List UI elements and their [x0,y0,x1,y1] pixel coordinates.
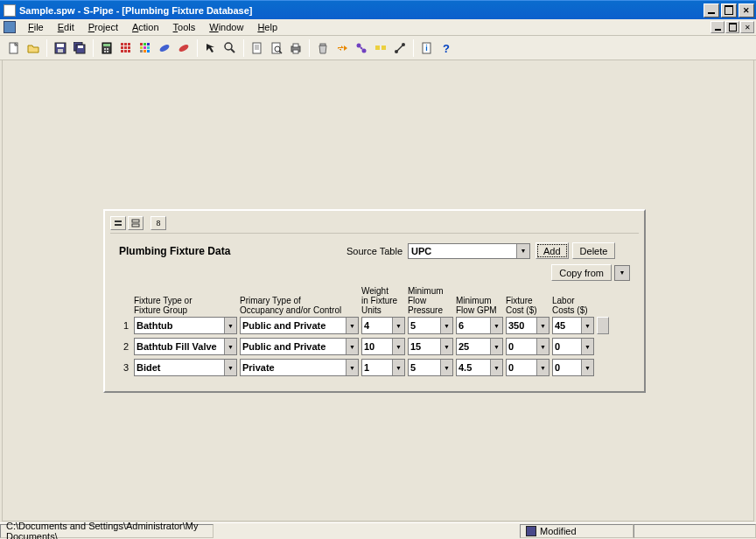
zoom-cursor-icon[interactable] [202,39,220,57]
new-button[interactable] [5,39,23,57]
chevron-down-icon[interactable] [224,360,236,375]
panel-tab-8[interactable]: 8 [150,216,166,230]
menu-bar: File Edit Project Action Tools Window He… [0,19,756,36]
fixcost-combo[interactable]: 0 [506,359,550,376]
svg-rect-60 [132,224,139,227]
app-icon [4,4,16,17]
pill-red-icon[interactable] [175,39,192,57]
scroll-up-button[interactable] [597,317,609,334]
print-icon[interactable] [287,39,304,57]
svg-line-34 [231,49,234,52]
pill-blue-icon[interactable] [156,39,173,57]
add-button[interactable]: Add [536,242,569,259]
labcost-combo[interactable]: 45 [552,317,594,334]
open-button[interactable] [24,39,42,57]
zoom-glass-icon[interactable] [221,39,239,57]
grid-red-icon[interactable] [117,39,135,57]
menu-file[interactable]: File [21,20,51,34]
occupancy-combo[interactable]: Public and Private [240,338,359,355]
chevron-down-icon[interactable] [536,318,549,333]
chevron-down-icon[interactable] [536,339,549,354]
main-toolbar: i ? [0,36,756,60]
menu-tools[interactable]: Tools [166,20,203,34]
weight-combo[interactable]: 10 [361,338,405,355]
fixcost-combo[interactable]: 0 [506,338,550,355]
minflow-combo[interactable]: 5 [408,317,453,334]
saveall-button[interactable] [71,39,88,57]
mingpm-combo[interactable]: 25 [456,338,503,355]
chevron-down-icon[interactable] [440,318,452,333]
fixture-combo[interactable]: Bathtub [134,317,237,334]
calculator-icon[interactable] [98,39,116,57]
copy-from-button[interactable]: Copy from [551,264,612,281]
chevron-down-icon[interactable] [346,339,358,354]
expand-icon[interactable] [128,216,144,230]
occupancy-combo[interactable]: Private [240,359,359,376]
page-icon[interactable] [248,39,266,57]
menu-action[interactable]: Action [125,20,166,34]
fixture-combo[interactable]: Bathtub Fill Valve [134,338,237,355]
chevron-down-icon[interactable] [536,360,549,375]
chevron-down-icon[interactable] [490,360,502,375]
chevron-down-icon[interactable] [440,360,452,375]
chevron-down-icon[interactable] [392,339,404,354]
chevron-down-icon[interactable] [346,318,358,333]
mdi-close-button[interactable] [740,21,754,33]
chevron-down-icon[interactable] [392,360,404,375]
copy-from-combo[interactable] [614,265,630,281]
svg-rect-16 [121,46,123,49]
svg-rect-8 [103,44,110,46]
chevron-down-icon[interactable] [516,244,529,258]
node-purple-icon[interactable] [353,39,370,57]
menu-help[interactable]: Help [250,20,284,34]
mingpm-combo[interactable]: 4.5 [456,359,503,376]
connect-dots-icon[interactable] [391,39,409,57]
minimize-button[interactable] [704,4,719,18]
blocks-yellow-icon[interactable] [372,39,389,57]
chevron-down-icon[interactable] [581,360,593,375]
svg-point-33 [225,43,232,50]
chevron-down-icon[interactable] [490,339,502,354]
minflow-combo[interactable]: 5 [408,359,453,376]
source-table-combo[interactable]: UPC [408,243,530,259]
window-titlebar: Sample.spw - S-Pipe - [Plumbing Fixture … [0,0,756,19]
help-icon[interactable]: ? [438,39,455,57]
fixcost-combo[interactable]: 350 [506,317,550,334]
svg-rect-2 [57,44,64,47]
weight-combo[interactable]: 4 [361,317,405,334]
close-button[interactable] [738,4,754,18]
weight-combo[interactable]: 1 [361,359,405,376]
chevron-down-icon[interactable] [490,318,502,333]
save-button[interactable] [52,39,69,57]
chevron-down-icon[interactable] [581,339,593,354]
labcost-combo[interactable]: 0 [552,359,594,376]
mdi-restore-button[interactable] [725,21,739,33]
svg-point-11 [104,51,106,52]
arrow-orange-icon[interactable] [333,39,351,57]
preview-icon[interactable] [268,39,285,57]
chevron-down-icon[interactable] [224,318,236,333]
menu-edit[interactable]: Edit [51,20,81,34]
chevron-down-icon[interactable] [346,360,358,375]
maximize-button[interactable] [721,4,737,18]
chevron-down-icon[interactable] [615,266,629,280]
svg-point-10 [107,48,108,50]
labcost-combo[interactable]: 0 [552,338,594,355]
trash-icon[interactable] [314,39,332,57]
grid-color-icon[interactable] [136,39,154,57]
mingpm-combo[interactable]: 6 [456,317,503,334]
mdi-minimize-button[interactable] [710,21,724,33]
menu-project[interactable]: Project [81,20,125,34]
chevron-down-icon[interactable] [224,339,236,354]
minflow-combo[interactable]: 15 [408,338,453,355]
delete-button[interactable]: Delete [572,242,616,259]
svg-rect-24 [147,43,150,46]
info-icon[interactable]: i [418,39,436,57]
menu-window[interactable]: Window [202,20,250,34]
fixture-combo[interactable]: Bidet [134,359,237,376]
occupancy-combo[interactable]: Public and Private [240,317,359,334]
collapse-icon[interactable] [110,216,126,230]
chevron-down-icon[interactable] [581,318,593,333]
chevron-down-icon[interactable] [392,318,404,333]
chevron-down-icon[interactable] [440,339,452,354]
